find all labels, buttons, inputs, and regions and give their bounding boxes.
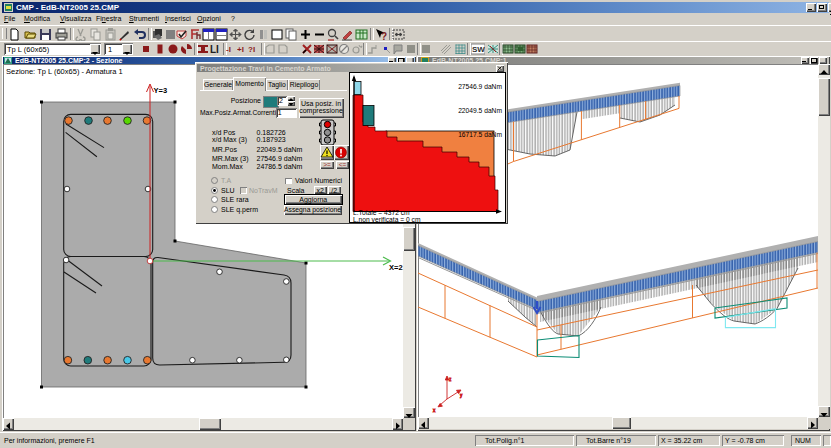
- svg-text:L.Totale = 4372 cm: L.Totale = 4372 cm: [353, 209, 410, 216]
- svg-text:LI: LI: [210, 44, 219, 55]
- svg-text:SW: SW: [472, 45, 485, 54]
- svg-text:?: ?: [381, 31, 387, 41]
- svg-text:22049.5 daNm: 22049.5 daNm: [458, 107, 502, 114]
- svg-text:16717.5 daNm: 16717.5 daNm: [458, 131, 502, 138]
- svg-text:X=2: X=2: [389, 263, 403, 272]
- svg-text:-I: -I: [226, 45, 231, 54]
- svg-text:L.non verificata = 0 cm: L.non verificata = 0 cm: [353, 216, 421, 223]
- svg-text:z: z: [449, 377, 452, 382]
- svg-text:y: y: [460, 393, 463, 398]
- svg-text:+I: +I: [237, 45, 244, 54]
- svg-text:Y=3: Y=3: [154, 86, 168, 95]
- svg-text:27546.9 daNm: 27546.9 daNm: [458, 83, 502, 90]
- svg-text:?I: ?I: [248, 45, 255, 54]
- svg-text:x: x: [433, 408, 436, 413]
- svg-text:Sezione: Tp L (60x65) - Armatu: Sezione: Tp L (60x65) - Armatura 1: [6, 67, 123, 76]
